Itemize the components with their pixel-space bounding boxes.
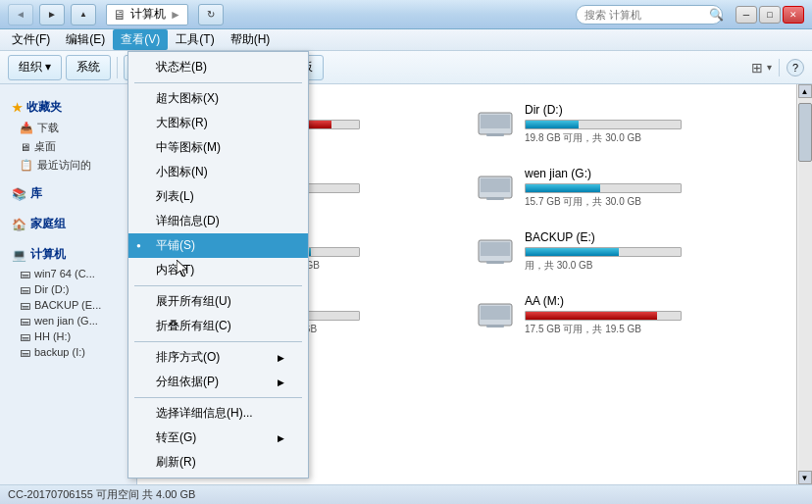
- menu-groupby[interactable]: 分组依据(P) ▶: [128, 370, 308, 394]
- breadcrumb[interactable]: 🖥 计算机 ►: [106, 4, 188, 25]
- drive-bar-bg-aa: [525, 311, 682, 321]
- drive-name-backup-e: BACKUP (E:): [525, 230, 780, 244]
- backup-i-icon: 🖴: [20, 346, 30, 358]
- scroll-track[interactable]: [798, 98, 812, 471]
- sidebar-item-dir[interactable]: 🖴 Dir (D:): [8, 281, 128, 297]
- help-icon[interactable]: ?: [787, 59, 804, 76]
- drive-size-dir: 19.8 GB 可用，共 30.0 GB: [525, 131, 780, 145]
- drive-bar-fill-aa: [526, 312, 657, 320]
- search-icon: 🔍: [709, 8, 724, 22]
- up-button[interactable]: ▲: [71, 4, 96, 25]
- menu-goto[interactable]: 转至(G) ▶: [128, 426, 308, 450]
- sidebar-computer-header[interactable]: 💻 计算机: [8, 243, 128, 266]
- menu-sortby[interactable]: 排序方式(O) ▶: [128, 345, 308, 370]
- menu-edit[interactable]: 编辑(E): [58, 29, 113, 50]
- breadcrumb-arrow: ►: [170, 8, 181, 22]
- refresh-button[interactable]: ↻: [198, 4, 224, 25]
- dir-icon: 🖴: [20, 283, 30, 295]
- view-icon[interactable]: ⊞: [751, 60, 763, 76]
- svg-rect-19: [486, 261, 504, 264]
- favorites-icon: ★: [12, 101, 23, 115]
- toolbar-separator: [117, 57, 118, 78]
- scroll-up-button[interactable]: ▲: [798, 84, 812, 98]
- sidebar-section-homegroup: 🏠 家庭组: [0, 209, 136, 239]
- window-controls: ─ □ ✕: [736, 6, 804, 24]
- menu-content[interactable]: 内容(T): [128, 258, 308, 282]
- svg-rect-7: [486, 133, 504, 136]
- menu-large[interactable]: 大图标(R): [128, 111, 308, 135]
- desktop-icon: 🖥: [20, 141, 30, 153]
- view-arrow[interactable]: ▾: [767, 62, 772, 73]
- menu-tiles[interactable]: 平铺(S): [128, 233, 308, 258]
- sidebar-favorites-label: 收藏夹: [26, 99, 62, 116]
- drive-bar-bg-backup-e: [525, 247, 682, 257]
- menu-help[interactable]: 帮助(H): [223, 29, 279, 50]
- menu-collapseall[interactable]: 折叠所有组(C): [128, 314, 308, 338]
- minimize-button[interactable]: ─: [736, 6, 757, 24]
- sidebar: ★ 收藏夹 📥 下载 🖥 桌面 📋 最近访问的 📚: [0, 84, 137, 484]
- forward-button[interactable]: ►: [39, 4, 65, 25]
- sidebar-homegroup-header[interactable]: 🏠 家庭组: [8, 213, 128, 235]
- drive-bar-bg-wenjian: [525, 183, 682, 193]
- sidebar-item-wenjian[interactable]: 🖴 wen jian (G...: [8, 313, 128, 328]
- drive-icon-wenjian: [476, 171, 515, 205]
- maximize-button[interactable]: □: [759, 6, 781, 24]
- goto-arrow: ▶: [278, 433, 284, 443]
- system-button[interactable]: 系统: [66, 55, 111, 80]
- title-bar: ◄ ► ▲ 🖥 计算机 ► ↻ 🔍 ─ □ ✕: [0, 0, 812, 29]
- menu-medium[interactable]: 中等图标(M): [128, 135, 308, 160]
- menu-small[interactable]: 小图标(N): [128, 160, 308, 184]
- menu-tools[interactable]: 工具(T): [168, 29, 222, 50]
- toolbar-sep2: [779, 59, 780, 76]
- breadcrumb-text: 计算机: [130, 6, 166, 23]
- menu-expandall[interactable]: 展开所有组(U): [128, 289, 308, 314]
- back-button[interactable]: ◄: [8, 4, 33, 25]
- sidebar-item-win7[interactable]: 🖴 win7 64 (C...: [8, 266, 128, 281]
- svg-rect-18: [481, 242, 510, 256]
- svg-rect-13: [486, 197, 504, 200]
- menu-choosedetails[interactable]: 选择详细信息(H)...: [128, 401, 308, 426]
- drive-item-backup-e[interactable]: BACKUP (E:) 用，共 30.0 GB: [469, 222, 787, 281]
- sidebar-favorites-header[interactable]: ★ 收藏夹: [8, 96, 128, 119]
- drive-size-wenjian: 15.7 GB 可用，共 30.0 GB: [525, 195, 780, 209]
- sidebar-library-header[interactable]: 📚 库: [8, 182, 128, 205]
- scrollbar[interactable]: ▲ ▼: [796, 84, 812, 484]
- close-button[interactable]: ✕: [783, 6, 804, 24]
- backup-e-icon: 🖴: [20, 299, 30, 311]
- library-icon: 📚: [12, 187, 26, 201]
- menu-extralarge[interactable]: 超大图标(X): [128, 86, 308, 111]
- drive-size-backup-e: 用，共 30.0 GB: [525, 259, 780, 273]
- sidebar-item-hh[interactable]: 🖴 HH (H:): [8, 328, 128, 344]
- menu-separator-3: [134, 341, 302, 342]
- drive-item-dir[interactable]: Dir (D:) 19.8 GB 可用，共 30.0 GB: [469, 94, 787, 154]
- organize-button[interactable]: 组织 ▾: [8, 55, 62, 80]
- sidebar-item-download[interactable]: 📥 下载: [8, 119, 128, 137]
- sidebar-item-backup-e[interactable]: 🖴 BACKUP (E...: [8, 297, 128, 313]
- win7-icon: 🖴: [20, 268, 30, 279]
- sidebar-section-computer: 💻 计算机 🖴 win7 64 (C... 🖴 Dir (D:) 🖴 BACKU…: [0, 239, 136, 364]
- drive-info-aa: AA (M:) 17.5 GB 可用，共 19.5 GB: [525, 294, 780, 336]
- sidebar-item-backup-i[interactable]: 🖴 backup (I:): [8, 344, 128, 360]
- sidebar-item-recent[interactable]: 📋 最近访问的: [8, 156, 128, 175]
- sidebar-item-desktop[interactable]: 🖥 桌面: [8, 137, 128, 156]
- sidebar-section-library: 📚 库: [0, 178, 136, 209]
- menu-file[interactable]: 文件(F): [4, 29, 58, 50]
- recent-icon: 📋: [20, 159, 33, 172]
- search-input[interactable]: [576, 5, 723, 25]
- title-bar-left: ◄ ► ▲ 🖥 计算机 ► ↻: [8, 4, 224, 25]
- scroll-down-button[interactable]: ▼: [798, 471, 812, 484]
- drive-icon-aa: [476, 298, 515, 332]
- drive-bar-bg-dir: [525, 120, 682, 129]
- title-bar-right: 🔍 ─ □ ✕: [576, 5, 804, 25]
- menu-details[interactable]: 详细信息(D): [128, 209, 308, 233]
- window: ◄ ► ▲ 🖥 计算机 ► ↻ 🔍 ─ □ ✕ 文件(F) 编辑(E) 查看(V…: [0, 0, 812, 504]
- menu-refresh[interactable]: 刷新(R): [128, 450, 308, 475]
- scroll-thumb[interactable]: [798, 103, 812, 162]
- drive-item-aa[interactable]: AA (M:) 17.5 GB 可用，共 19.5 GB: [469, 285, 787, 345]
- menu-view[interactable]: 查看(V): [113, 29, 168, 50]
- toolbar: 组织 ▾ 系统 映射网络驱动器 打开控制面板 ⊞ ▾ ?: [0, 51, 812, 84]
- main-layout: ★ 收藏夹 📥 下载 🖥 桌面 📋 最近访问的 📚: [0, 84, 812, 484]
- menu-list[interactable]: 列表(L): [128, 184, 308, 209]
- menu-statusbar[interactable]: 状态栏(B): [128, 55, 308, 79]
- drive-item-wenjian[interactable]: wen jian (G:) 15.7 GB 可用，共 30.0 GB: [469, 158, 787, 218]
